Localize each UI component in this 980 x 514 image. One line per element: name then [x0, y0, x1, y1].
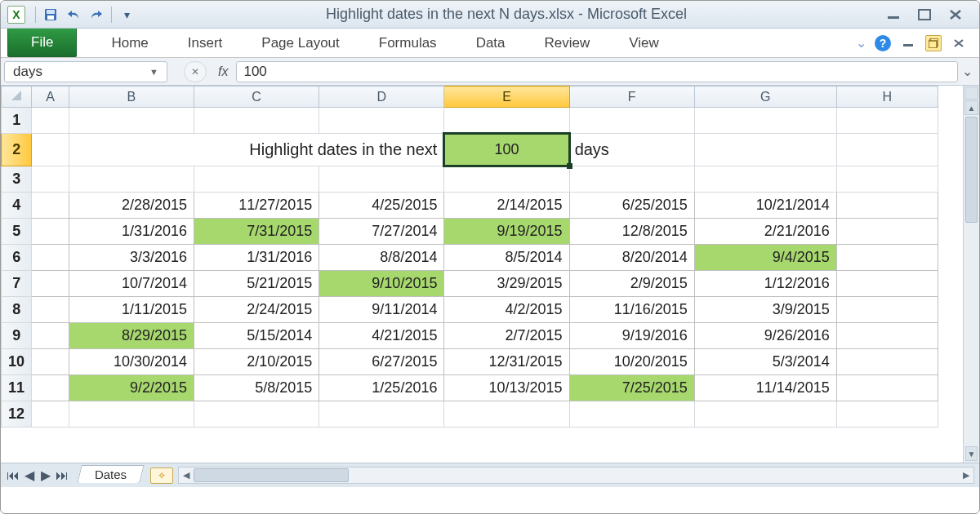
- cell[interactable]: 2/9/2015: [569, 271, 694, 297]
- tab-home[interactable]: Home: [91, 29, 167, 57]
- col-header-G[interactable]: G: [694, 86, 836, 108]
- cell[interactable]: 11/14/2015: [694, 375, 836, 401]
- cell[interactable]: 10/20/2015: [569, 349, 694, 375]
- workbook-close-icon[interactable]: [950, 36, 968, 51]
- col-header-A[interactable]: A: [32, 86, 69, 108]
- cell[interactable]: 4/25/2015: [319, 193, 444, 219]
- cell[interactable]: 2/14/2015: [444, 193, 569, 219]
- col-header-H[interactable]: H: [836, 86, 938, 108]
- cell[interactable]: 10/7/2014: [69, 271, 194, 297]
- cell[interactable]: 9/11/2014: [319, 297, 444, 323]
- qat-customize-icon[interactable]: ▾: [117, 6, 136, 24]
- sheet-nav-first-icon[interactable]: ⏮: [6, 468, 20, 483]
- cell[interactable]: 3/9/2015: [694, 297, 836, 323]
- cell[interactable]: 5/15/2014: [194, 323, 319, 349]
- cell[interactable]: 12/8/2015: [569, 219, 694, 245]
- file-tab[interactable]: File: [7, 29, 77, 57]
- name-box[interactable]: days ▼: [4, 61, 167, 82]
- row-header[interactable]: 6: [2, 245, 32, 271]
- row-header[interactable]: 4: [2, 193, 32, 219]
- expand-formula-bar-icon[interactable]: ⌄: [958, 64, 976, 79]
- cancel-formula-icon[interactable]: ✕: [184, 61, 207, 82]
- col-header-C[interactable]: C: [194, 86, 319, 108]
- cell[interactable]: 6/25/2015: [569, 193, 694, 219]
- cell[interactable]: 10/13/2015: [444, 375, 569, 401]
- new-sheet-icon[interactable]: ✧: [150, 467, 173, 484]
- cell[interactable]: 5/8/2015: [194, 375, 319, 401]
- cell[interactable]: 2/24/2015: [194, 297, 319, 323]
- col-header-F[interactable]: F: [569, 86, 694, 108]
- horizontal-scrollbar[interactable]: ◀ ▶: [178, 467, 974, 484]
- name-box-dropdown-icon[interactable]: ▼: [149, 67, 158, 77]
- row-header[interactable]: 9: [2, 323, 32, 349]
- scroll-up-icon[interactable]: ▲: [964, 100, 978, 115]
- ribbon-chevron-icon[interactable]: ⌄: [856, 35, 866, 51]
- row-header[interactable]: 11: [2, 375, 32, 401]
- sheet-nav-last-icon[interactable]: ⏭: [55, 468, 69, 483]
- cell[interactable]: 4/2/2015: [444, 297, 569, 323]
- cell[interactable]: 1/25/2016: [319, 375, 444, 401]
- cell[interactable]: 5/21/2015: [194, 271, 319, 297]
- tab-formulas[interactable]: Formulas: [359, 29, 457, 57]
- cell[interactable]: 1/11/2015: [69, 297, 194, 323]
- cell[interactable]: 7/27/2014: [319, 219, 444, 245]
- split-handle[interactable]: [964, 86, 978, 100]
- row-header[interactable]: 8: [2, 297, 32, 323]
- tab-insert[interactable]: Insert: [168, 29, 243, 57]
- cell[interactable]: 1/31/2016: [194, 245, 319, 271]
- save-icon[interactable]: [41, 6, 60, 24]
- cell[interactable]: 2/10/2015: [194, 349, 319, 375]
- insert-function-icon[interactable]: fx: [218, 64, 228, 79]
- cell[interactable]: 3/29/2015: [444, 271, 569, 297]
- cell[interactable]: 4/21/2015: [319, 323, 444, 349]
- cell[interactable]: 8/8/2014: [319, 245, 444, 271]
- scroll-thumb[interactable]: [194, 468, 349, 482]
- col-header-E[interactable]: E: [444, 86, 569, 108]
- cell[interactable]: 6/27/2015: [319, 349, 444, 375]
- undo-icon[interactable]: [64, 6, 83, 24]
- cell[interactable]: 3/3/2016: [69, 245, 194, 271]
- spreadsheet-grid[interactable]: A B C D E F G H 1 2 Highligh: [1, 86, 938, 428]
- row-header[interactable]: 2: [2, 134, 32, 166]
- cell[interactable]: 10/30/2014: [69, 349, 194, 375]
- scroll-down-icon[interactable]: ▼: [965, 446, 978, 461]
- close-icon[interactable]: [947, 7, 964, 22]
- sheet-nav-prev-icon[interactable]: ◀: [22, 468, 37, 483]
- cell[interactable]: 1/12/2016: [694, 271, 836, 297]
- cell[interactable]: 8/29/2015: [69, 323, 194, 349]
- formula-input[interactable]: 100: [236, 61, 958, 82]
- minimize-icon[interactable]: [884, 7, 902, 22]
- tab-view[interactable]: View: [609, 29, 679, 57]
- excel-app-icon[interactable]: X: [7, 6, 25, 24]
- row-header[interactable]: 7: [2, 271, 32, 297]
- row-header[interactable]: 5: [2, 219, 32, 245]
- cell[interactable]: 7/25/2015: [569, 375, 694, 401]
- help-icon[interactable]: ?: [875, 35, 891, 51]
- sheet-tab-active[interactable]: Dates: [77, 465, 145, 483]
- tab-page-layout[interactable]: Page Layout: [242, 29, 359, 57]
- cell[interactable]: 2/21/2016: [694, 219, 836, 245]
- col-header-D[interactable]: D: [319, 86, 444, 108]
- cell[interactable]: 8/5/2014: [444, 245, 569, 271]
- row-header[interactable]: 1: [2, 108, 32, 134]
- cell[interactable]: 5/3/2014: [694, 349, 836, 375]
- cell[interactable]: 9/4/2015: [694, 245, 836, 271]
- tab-data[interactable]: Data: [457, 29, 525, 57]
- redo-icon[interactable]: [87, 6, 106, 24]
- col-header-B[interactable]: B: [69, 86, 194, 108]
- cell[interactable]: 2/7/2015: [444, 323, 569, 349]
- tab-review[interactable]: Review: [525, 29, 610, 57]
- label-highlight-prefix[interactable]: Highlight dates in the next: [69, 134, 444, 166]
- workbook-minimize-icon[interactable]: [899, 36, 917, 51]
- cell[interactable]: 11/27/2015: [194, 193, 319, 219]
- cell[interactable]: 11/16/2015: [569, 297, 694, 323]
- row-header[interactable]: 10: [2, 349, 32, 375]
- cell[interactable]: 9/19/2015: [444, 219, 569, 245]
- scroll-thumb[interactable]: [965, 117, 978, 223]
- cell[interactable]: 1/31/2016: [69, 219, 194, 245]
- workbook-restore-icon[interactable]: [925, 35, 942, 51]
- vertical-scrollbar[interactable]: ▲ ▼: [963, 86, 979, 463]
- cell[interactable]: 9/10/2015: [319, 271, 444, 297]
- cell[interactable]: 9/26/2016: [694, 323, 836, 349]
- cell[interactable]: 8/20/2014: [569, 245, 694, 271]
